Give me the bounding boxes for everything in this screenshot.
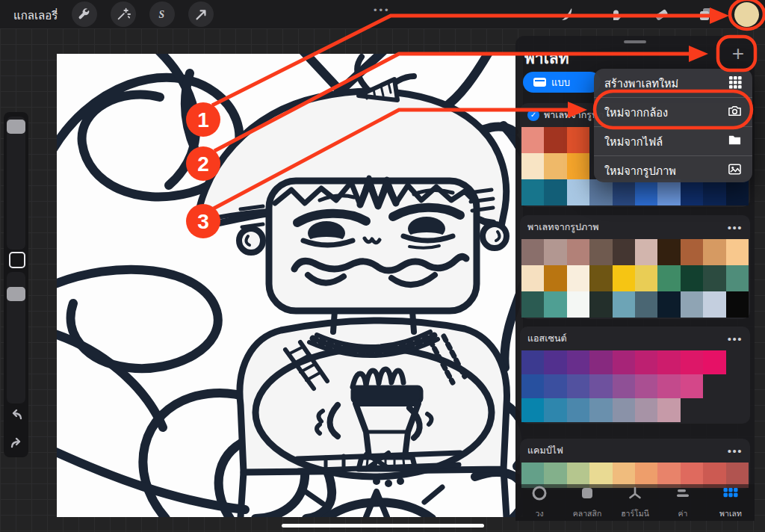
color-swatch[interactable]	[703, 291, 725, 318]
color-swatch[interactable]	[635, 398, 657, 422]
color-swatch[interactable]	[703, 239, 725, 265]
color-swatch[interactable]	[544, 398, 566, 422]
color-swatch[interactable]	[521, 291, 544, 318]
home-indicator[interactable]	[282, 524, 484, 528]
color-swatch[interactable]	[613, 179, 635, 205]
color-swatch[interactable]	[657, 239, 680, 265]
color-swatch[interactable]	[544, 127, 566, 153]
redo-icon[interactable]	[8, 435, 25, 451]
modify-button[interactable]	[9, 252, 25, 268]
selection-button[interactable]: S	[149, 1, 175, 27]
color-swatch[interactable]	[589, 291, 612, 318]
color-swatch[interactable]	[726, 265, 749, 291]
color-swatch[interactable]	[657, 179, 680, 205]
color-swatch[interactable]	[567, 127, 589, 153]
default-palette-check-icon[interactable]: ✓	[527, 109, 539, 121]
palette-options-button[interactable]: •••	[728, 445, 743, 457]
drawing-canvas[interactable]	[57, 54, 523, 517]
color-swatch[interactable]	[703, 350, 725, 374]
color-swatch[interactable]	[589, 239, 612, 265]
color-swatch[interactable]	[544, 350, 566, 374]
color-swatch[interactable]	[589, 350, 612, 374]
color-swatch[interactable]	[589, 398, 612, 422]
actions-button[interactable]	[72, 1, 97, 27]
color-swatch[interactable]	[613, 398, 635, 422]
tab-คลาสสิก[interactable]: คลาสสิก	[563, 484, 611, 521]
color-swatch[interactable]	[703, 265, 725, 291]
smudge-tool-button[interactable]	[603, 1, 628, 27]
palette-options-button[interactable]: •••	[728, 332, 743, 345]
color-swatch[interactable]	[521, 179, 544, 205]
menu-item-4[interactable]: ใหม่จากรูปภาพ	[594, 156, 752, 182]
color-swatch[interactable]	[635, 374, 657, 398]
undo-icon[interactable]	[8, 406, 25, 423]
tab-ค่า[interactable]: ค่า	[659, 484, 707, 521]
color-swatch[interactable]	[726, 239, 749, 265]
color-swatch[interactable]	[635, 239, 657, 265]
color-swatch[interactable]	[681, 265, 703, 291]
current-color-button[interactable]	[734, 2, 759, 27]
color-swatch[interactable]	[567, 291, 589, 318]
color-swatch[interactable]	[544, 291, 566, 318]
layers-button[interactable]	[693, 1, 719, 27]
color-swatch[interactable]	[544, 374, 566, 398]
color-swatch[interactable]	[657, 265, 680, 291]
color-swatch[interactable]	[521, 153, 544, 179]
color-swatch[interactable]	[635, 265, 657, 291]
color-swatch[interactable]	[657, 398, 680, 422]
tab-ฮาร์โมนี[interactable]: ฮาร์โมนี	[611, 484, 659, 521]
menu-item-2[interactable]: ใหม่จากกล้อง	[594, 98, 752, 127]
eraser-tool-button[interactable]	[648, 1, 674, 27]
color-swatch[interactable]	[681, 179, 703, 205]
panel-grab-handle[interactable]	[624, 40, 646, 43]
brush-size-slider[interactable]	[7, 117, 25, 250]
color-swatch[interactable]	[589, 374, 612, 398]
color-swatch[interactable]	[567, 239, 589, 265]
brush-tool-button[interactable]	[554, 1, 580, 27]
color-swatch[interactable]	[567, 179, 589, 205]
canvas-options-dots[interactable]: •••	[374, 4, 391, 16]
color-swatch[interactable]	[613, 265, 635, 291]
color-swatch[interactable]	[521, 127, 544, 153]
gallery-button[interactable]: แกลเลอรี่	[13, 7, 58, 25]
menu-item-1[interactable]: สร้างพาเลทใหม่	[594, 69, 752, 98]
color-swatch[interactable]	[521, 265, 544, 291]
color-swatch[interactable]	[613, 239, 635, 265]
palette-options-button[interactable]: •••	[728, 221, 743, 234]
transform-button[interactable]	[188, 1, 214, 27]
color-swatch[interactable]	[544, 179, 566, 205]
color-swatch[interactable]	[589, 179, 612, 205]
color-swatch[interactable]	[521, 374, 544, 398]
color-swatch[interactable]	[657, 374, 680, 398]
color-swatch[interactable]	[589, 265, 612, 291]
color-swatch[interactable]	[657, 291, 680, 318]
color-swatch[interactable]	[681, 350, 703, 374]
color-swatch[interactable]	[635, 350, 657, 374]
view-toggle-cards[interactable]: แบบ	[523, 72, 601, 93]
color-swatch[interactable]	[521, 350, 544, 374]
color-swatch[interactable]	[726, 291, 749, 318]
color-swatch[interactable]	[635, 179, 657, 205]
color-swatch[interactable]	[567, 350, 589, 374]
opacity-handle[interactable]	[7, 287, 25, 301]
menu-item-3[interactable]: ใหม่จากไฟล์	[594, 127, 752, 156]
add-palette-button[interactable]: +	[723, 39, 753, 69]
color-swatch[interactable]	[567, 398, 589, 422]
color-swatch[interactable]	[635, 291, 657, 318]
color-swatch[interactable]	[521, 398, 544, 422]
color-swatch[interactable]	[613, 350, 635, 374]
tab-พาเลท[interactable]: พาเลท	[707, 484, 755, 521]
color-swatch[interactable]	[567, 374, 589, 398]
color-swatch[interactable]	[613, 291, 635, 318]
color-swatch[interactable]	[681, 291, 703, 318]
tab-วง[interactable]: วง	[515, 484, 563, 521]
color-swatch[interactable]	[657, 350, 680, 374]
color-swatch[interactable]	[544, 153, 566, 179]
color-swatch[interactable]	[681, 374, 703, 398]
color-swatch[interactable]	[613, 374, 635, 398]
color-swatch[interactable]	[544, 239, 566, 265]
color-swatch[interactable]	[544, 265, 566, 291]
color-swatch[interactable]	[567, 153, 589, 179]
adjustments-button[interactable]	[111, 1, 136, 27]
color-swatch[interactable]	[726, 179, 749, 205]
